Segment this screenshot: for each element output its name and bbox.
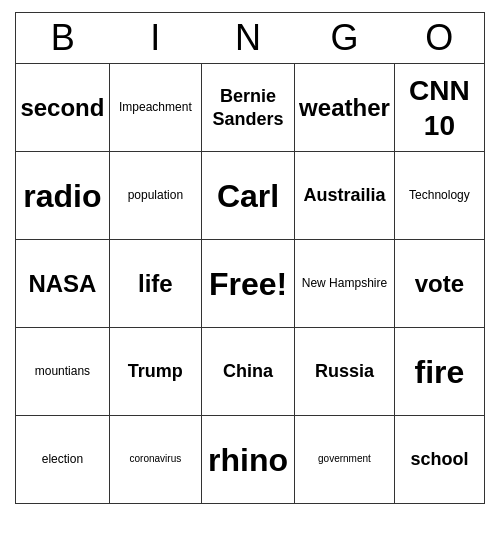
- bingo-cell: China: [201, 328, 294, 416]
- bingo-cell: election: [16, 416, 110, 504]
- header-letter: O: [394, 13, 484, 64]
- bingo-cell: Technology: [394, 152, 484, 240]
- bingo-cell: Bernie Sanders: [201, 64, 294, 152]
- bingo-grid: BINGO secondImpeachmentBernie Sanderswea…: [15, 12, 485, 504]
- bingo-cell: radio: [16, 152, 110, 240]
- bingo-cell: New Hampshire: [295, 240, 395, 328]
- table-row: mountiansTrumpChinaRussiafire: [16, 328, 485, 416]
- bingo-cell: rhino: [201, 416, 294, 504]
- bingo-cell: Free!: [201, 240, 294, 328]
- table-row: NASAlifeFree!New Hampshirevote: [16, 240, 485, 328]
- bingo-cell: weather: [295, 64, 395, 152]
- bingo-cell: life: [109, 240, 201, 328]
- bingo-cell: government: [295, 416, 395, 504]
- bingo-cell: vote: [394, 240, 484, 328]
- bingo-cell: fire: [394, 328, 484, 416]
- bingo-cell: Russia: [295, 328, 395, 416]
- bingo-cell: CNN10: [394, 64, 484, 152]
- header-letter: G: [295, 13, 395, 64]
- table-row: secondImpeachmentBernie SandersweatherCN…: [16, 64, 485, 152]
- bingo-cell: second: [16, 64, 110, 152]
- bingo-cell: school: [394, 416, 484, 504]
- header-letter: B: [16, 13, 110, 64]
- bingo-cell: Impeachment: [109, 64, 201, 152]
- header-letter: I: [109, 13, 201, 64]
- bingo-cell: Trump: [109, 328, 201, 416]
- bingo-cell: NASA: [16, 240, 110, 328]
- table-row: radiopopulationCarlAustrailiaTechnology: [16, 152, 485, 240]
- table-row: electioncoronavirusrhinogovernmentschool: [16, 416, 485, 504]
- bingo-cell: mountians: [16, 328, 110, 416]
- header-letter: N: [201, 13, 294, 64]
- bingo-cell: coronavirus: [109, 416, 201, 504]
- bingo-cell: population: [109, 152, 201, 240]
- bingo-cell: Austrailia: [295, 152, 395, 240]
- bingo-cell: Carl: [201, 152, 294, 240]
